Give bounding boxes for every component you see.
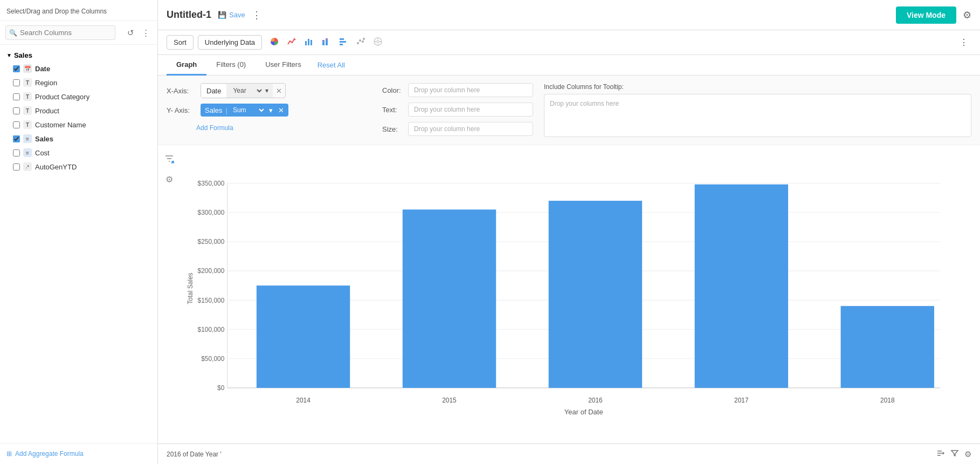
yaxis-agg-select[interactable]: Sum Count Average Max Min xyxy=(231,106,266,114)
sort-bottom-icon[interactable] xyxy=(936,449,945,459)
underlying-data-button[interactable]: Underlying Data xyxy=(198,35,262,50)
color-drop-placeholder: Drop your column here xyxy=(414,86,480,94)
document-title: Untitled-1 xyxy=(167,9,211,21)
column-item-customer-name[interactable]: T Customer Name xyxy=(0,118,157,132)
reset-all-button[interactable]: Reset All xyxy=(311,56,351,74)
group-header-sales[interactable]: ▼ Sales xyxy=(0,49,157,62)
geo-chart-icon[interactable] xyxy=(370,35,386,51)
checkbox-region[interactable] xyxy=(13,79,20,86)
bar-2017[interactable] xyxy=(695,185,788,388)
bottom-info-text: 2016 of Date Year ' xyxy=(167,451,222,458)
add-aggregate-label: Add Aggregate Formula xyxy=(15,450,84,458)
bar-2018[interactable] xyxy=(841,306,934,388)
column-list: ▼ Sales 📅 Date T Region T Product Catego… xyxy=(0,45,157,443)
tooltip-section: Include Columns for Tooltip: Drop your c… xyxy=(544,83,971,137)
checkbox-autogenyyd[interactable] xyxy=(13,163,20,170)
horizontal-bar-icon[interactable] xyxy=(335,35,351,51)
chevron-down-icon: ▼ xyxy=(6,52,12,58)
sort-button[interactable]: Sort xyxy=(167,35,194,50)
type-badge-product-category: T xyxy=(23,92,32,101)
size-drop-zone[interactable]: Drop your column here xyxy=(408,122,533,136)
filter-bottom-icon[interactable] xyxy=(950,449,959,459)
size-drop-placeholder: Drop your column here xyxy=(414,125,480,133)
scatter-chart-icon[interactable] xyxy=(353,35,369,51)
color-drop-zone[interactable]: Drop your column here xyxy=(408,83,533,97)
search-input[interactable] xyxy=(5,25,115,40)
bottom-icons: ⚙ xyxy=(936,449,971,459)
sidebar-footer: ⊞ Add Aggregate Formula xyxy=(0,443,157,464)
group-name: Sales xyxy=(14,51,32,59)
svg-rect-8 xyxy=(340,41,346,43)
add-formula-link[interactable]: Add Formula xyxy=(167,124,371,132)
xaxis-remove-button[interactable]: ✕ xyxy=(273,84,285,98)
save-button[interactable]: 💾 Save xyxy=(218,11,245,19)
yaxis-remove-button[interactable]: ✕ xyxy=(278,106,284,114)
text-drop-zone[interactable]: Drop your column here xyxy=(408,103,533,117)
checkbox-sales[interactable] xyxy=(13,135,20,142)
color-section: Color: Drop your column here Text: Drop … xyxy=(382,83,533,136)
checkbox-cost[interactable] xyxy=(13,149,20,156)
type-badge-product: T xyxy=(23,106,32,115)
column-item-cost[interactable]: ≡ Cost xyxy=(0,146,157,160)
bar-chart-icon[interactable] xyxy=(301,35,317,51)
save-label: Save xyxy=(229,11,245,19)
reset-all-label: Reset All xyxy=(318,61,345,69)
filter-add-button[interactable]: + xyxy=(162,152,176,168)
tooltip-drop-zone[interactable]: Drop your columns here xyxy=(544,94,971,137)
bar-2016[interactable] xyxy=(549,201,642,388)
text-row: Text: Drop your column here xyxy=(382,103,533,117)
add-aggregate-icon: ⊞ xyxy=(6,450,12,458)
bar-2015[interactable] xyxy=(403,209,496,388)
topbar-more-button[interactable]: ⋮ xyxy=(252,9,261,21)
svg-text:$150,000: $150,000 xyxy=(198,297,225,304)
column-item-sales[interactable]: ≡ Sales xyxy=(0,132,157,146)
chart-area: + ⚙ $0 xyxy=(158,145,980,443)
column-item-autogenyyd[interactable]: .* AutoGenYTD xyxy=(0,160,157,174)
view-mode-button[interactable]: View Mode xyxy=(896,6,956,24)
svg-rect-5 xyxy=(326,40,328,45)
view-mode-label: View Mode xyxy=(907,11,946,19)
svg-text:Total Sales: Total Sales xyxy=(187,273,194,304)
text-drop-placeholder: Drop your column here xyxy=(414,106,480,113)
tabs-row: Graph Filters (0) User Filters Reset All xyxy=(158,55,980,76)
checkbox-date[interactable] xyxy=(13,65,20,72)
chart-settings-button[interactable]: ⚙ xyxy=(163,172,175,187)
type-badge-customer-name: T xyxy=(23,120,32,129)
col-name-cost: Cost xyxy=(35,149,50,157)
svg-text:$0: $0 xyxy=(217,384,225,392)
add-aggregate-link[interactable]: ⊞ Add Aggregate Formula xyxy=(6,450,151,458)
tab-user-filters[interactable]: User Filters xyxy=(256,55,310,76)
pie-chart-icon[interactable] xyxy=(266,35,282,51)
xaxis-pill: Date Year Month Quarter Day ▾ ✕ xyxy=(201,83,286,98)
svg-point-13 xyxy=(363,38,365,40)
toolbar-more: ⋮ xyxy=(956,35,971,50)
xaxis-agg-select[interactable]: Year Month Quarter Day xyxy=(231,86,264,95)
tab-filters[interactable]: Filters (0) xyxy=(206,55,256,76)
settings-button[interactable]: ⚙ xyxy=(963,9,971,21)
svg-text:2017: 2017 xyxy=(734,397,749,404)
chevron-down-yaxis-icon: ▾ xyxy=(269,106,273,114)
chart-type-icons xyxy=(266,35,386,51)
col-name-product-category: Product Category xyxy=(35,93,89,101)
checkbox-customer-name[interactable] xyxy=(13,121,20,128)
column-item-product-category[interactable]: T Product Category xyxy=(0,90,157,104)
column-item-date[interactable]: 📅 Date xyxy=(0,62,157,76)
xaxis-row: X-Axis: Date Year Month Quarter Day xyxy=(167,83,371,98)
refresh-icon[interactable]: ↺ xyxy=(125,27,136,39)
stacked-bar-icon[interactable] xyxy=(318,35,334,51)
more-options-icon[interactable]: ⋮ xyxy=(140,27,152,39)
column-item-product[interactable]: T Product xyxy=(0,104,157,118)
size-row: Size: Drop your column here xyxy=(382,122,533,136)
bar-2014[interactable] xyxy=(257,285,350,388)
checkbox-product[interactable] xyxy=(13,107,20,114)
bar-chart: $0 $50,000 $100,000 $150,000 $200,000 $2… xyxy=(181,151,969,438)
yaxis-pill: Sales | Sum Count Average Max Min ▾ ✕ xyxy=(201,104,288,117)
svg-point-10 xyxy=(357,42,359,44)
more-chart-options-button[interactable]: ⋮ xyxy=(956,35,971,50)
yaxis-field-name: Sales xyxy=(205,106,223,114)
checkbox-product-category[interactable] xyxy=(13,93,20,100)
settings-bottom-icon[interactable]: ⚙ xyxy=(964,449,971,459)
column-item-region[interactable]: T Region xyxy=(0,76,157,90)
tab-graph[interactable]: Graph xyxy=(167,55,206,76)
line-chart-icon[interactable] xyxy=(284,35,300,51)
